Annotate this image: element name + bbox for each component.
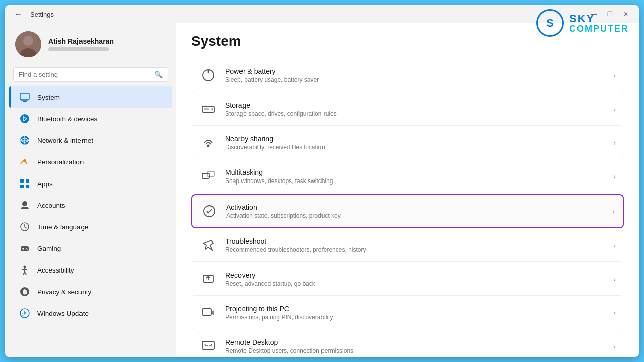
projecting-icon bbox=[199, 304, 217, 322]
settings-item-desc-storage: Storage space, drives, configuration rul… bbox=[225, 110, 608, 117]
sidebar-item-label-system: System bbox=[37, 94, 60, 101]
settings-item-title-projecting: Projecting to this PC bbox=[225, 305, 608, 313]
title-bar-title: Settings bbox=[30, 11, 54, 18]
settings-item-desc-remote: Remote Desktop users, connection permiss… bbox=[225, 347, 608, 354]
settings-item-text-nearby: Nearby sharing Discoverability, received… bbox=[225, 135, 608, 151]
accounts-icon bbox=[19, 200, 30, 211]
user-name: Atish Rajasekharan bbox=[48, 37, 114, 45]
settings-item-text-activation: Activation Activation state, subscriptio… bbox=[226, 203, 607, 219]
gaming-icon bbox=[19, 243, 30, 254]
settings-item-troubleshoot[interactable]: Troubleshoot Recommended troubleshooters… bbox=[191, 229, 624, 262]
remote-icon bbox=[199, 337, 217, 355]
svg-point-37 bbox=[211, 108, 213, 110]
settings-item-projecting[interactable]: Projecting to this PC Permissions, pairi… bbox=[191, 297, 624, 329]
svg-line-20 bbox=[25, 227, 27, 228]
sidebar-item-apps[interactable]: Apps bbox=[9, 173, 172, 194]
settings-item-storage[interactable]: Storage Storage space, drives, configura… bbox=[191, 93, 624, 126]
search-icon: 🔍 bbox=[154, 71, 163, 78]
settings-item-nearby[interactable]: Nearby sharing Discoverability, received… bbox=[191, 127, 624, 159]
settings-item-text-recovery: Recovery Reset, advanced startup, go bac… bbox=[225, 271, 608, 287]
svg-rect-16 bbox=[26, 185, 29, 188]
content-area: Atish Rajasekharan 🔍 bbox=[5, 23, 639, 357]
settings-item-text-power: Power & battery Sleep, battery usage, ba… bbox=[225, 67, 608, 83]
settings-item-text-remote: Remote Desktop Remote Desktop users, con… bbox=[225, 338, 608, 354]
svg-rect-13 bbox=[20, 179, 24, 183]
sidebar-item-bluetooth[interactable]: Bluetooth & devices bbox=[9, 108, 172, 129]
avatar bbox=[15, 31, 41, 57]
sidebar-item-network[interactable]: Network & internet bbox=[9, 130, 172, 151]
logo-computer: COMPUTER bbox=[569, 24, 629, 33]
bluetooth-icon bbox=[19, 113, 30, 124]
sidebar-item-windows-update[interactable]: Windows Update bbox=[9, 303, 172, 324]
settings-item-text-multitasking: Multitasking Snap windows, desktops, tas… bbox=[225, 168, 608, 185]
svg-rect-45 bbox=[202, 341, 214, 349]
logo-sky: SKY bbox=[569, 13, 629, 24]
settings-item-title-troubleshoot: Troubleshoot bbox=[225, 237, 608, 245]
logo-text: SKY COMPUTER bbox=[569, 13, 629, 33]
settings-item-title-storage: Storage bbox=[225, 101, 608, 109]
settings-item-activation[interactable]: Activation Activation state, subscriptio… bbox=[191, 194, 624, 228]
power-icon bbox=[199, 66, 217, 84]
svg-rect-15 bbox=[20, 185, 24, 188]
settings-item-text-troubleshoot: Troubleshoot Recommended troubleshooters… bbox=[225, 237, 608, 253]
troubleshoot-icon bbox=[199, 236, 217, 254]
nearby-icon bbox=[199, 134, 217, 152]
svg-point-24 bbox=[26, 248, 27, 249]
sidebar-item-privacy[interactable]: Privacy & security bbox=[9, 281, 172, 302]
settings-item-desc-activation: Activation state, subscriptions, product… bbox=[226, 212, 607, 219]
apps-icon bbox=[19, 178, 30, 189]
time-icon bbox=[19, 221, 30, 232]
sidebar-item-personalization[interactable]: Personalization bbox=[9, 151, 172, 172]
sidebar-item-label-privacy: Privacy & security bbox=[37, 288, 91, 296]
sidebar-item-accounts[interactable]: Accounts bbox=[9, 195, 172, 216]
sidebar-item-accessibility[interactable]: Accessibility bbox=[9, 259, 172, 281]
sidebar-item-label-apps: Apps bbox=[37, 180, 53, 188]
chevron-right-icon-6: › bbox=[613, 241, 616, 249]
activation-icon bbox=[200, 202, 218, 220]
chevron-right-icon-5: › bbox=[612, 207, 615, 215]
svg-point-25 bbox=[27, 249, 28, 250]
settings-item-desc-power: Sleep, battery usage, battery saver bbox=[225, 76, 608, 83]
settings-item-power[interactable]: Power & battery Sleep, battery usage, ba… bbox=[191, 59, 624, 92]
back-button[interactable]: ← bbox=[11, 9, 25, 19]
svg-point-12 bbox=[23, 159, 26, 162]
settings-item-title-recovery: Recovery bbox=[225, 271, 608, 279]
settings-item-title-nearby: Nearby sharing bbox=[225, 135, 608, 143]
sidebar-item-label-time: Time & language bbox=[37, 223, 89, 231]
settings-item-recovery[interactable]: Recovery Reset, advanced startup, go bac… bbox=[191, 263, 624, 296]
svg-rect-14 bbox=[26, 179, 29, 183]
sidebar-item-label-accessibility: Accessibility bbox=[37, 266, 74, 274]
settings-window: ← Settings S SKY COMPUTER — ❐ ✕ bbox=[5, 5, 639, 357]
privacy-icon bbox=[19, 286, 30, 297]
chevron-right-icon: › bbox=[613, 71, 616, 79]
logo-icon: S bbox=[536, 9, 564, 37]
sidebar-item-system[interactable]: System bbox=[9, 86, 172, 108]
svg-rect-39 bbox=[202, 173, 209, 178]
sidebar-item-label-accounts: Accounts bbox=[37, 202, 65, 209]
sidebar-item-label-network: Network & internet bbox=[37, 137, 93, 144]
settings-item-multitasking[interactable]: Multitasking Snap windows, desktops, tas… bbox=[191, 160, 624, 193]
settings-item-desc-projecting: Permissions, pairing PIN, discoverabilit… bbox=[225, 314, 608, 321]
sidebar-item-label-windows-update: Windows Update bbox=[37, 310, 89, 317]
settings-item-text-storage: Storage Storage space, drives, configura… bbox=[225, 101, 608, 117]
chevron-right-icon-7: › bbox=[613, 275, 616, 283]
sidebar-item-time[interactable]: Time & language bbox=[9, 216, 172, 237]
settings-item-desc-nearby: Discoverability, received files location bbox=[225, 144, 608, 151]
sidebar-item-label-bluetooth: Bluetooth & devices bbox=[37, 115, 97, 123]
windows-update-icon bbox=[19, 308, 30, 319]
svg-text:S: S bbox=[546, 17, 554, 29]
search-box[interactable]: 🔍 bbox=[13, 67, 168, 82]
user-info: Atish Rajasekharan bbox=[48, 37, 114, 51]
search-input[interactable] bbox=[19, 71, 150, 78]
settings-item-remote[interactable]: Remote Desktop Remote Desktop users, con… bbox=[191, 330, 624, 357]
chevron-right-icon-8: › bbox=[613, 309, 616, 317]
settings-item-title-activation: Activation bbox=[226, 203, 607, 211]
sidebar-item-gaming[interactable]: Gaming bbox=[9, 238, 172, 259]
user-bar bbox=[48, 47, 109, 51]
chevron-right-icon-9: › bbox=[613, 342, 616, 350]
svg-rect-44 bbox=[202, 309, 211, 315]
storage-icon bbox=[199, 100, 217, 118]
main-content: System Power & battery Sleep, battery us… bbox=[176, 23, 639, 357]
settings-item-desc-multitasking: Snap windows, desktops, task switching bbox=[225, 177, 608, 185]
title-bar-left: ← Settings bbox=[11, 9, 54, 19]
